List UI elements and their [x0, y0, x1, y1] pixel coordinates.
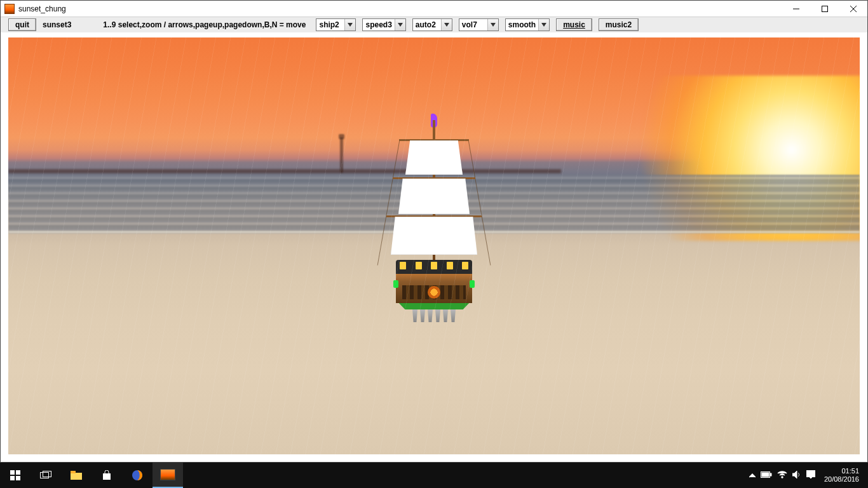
volume-icon[interactable]: [792, 471, 801, 480]
music-button[interactable]: music: [556, 18, 592, 31]
svg-marker-5: [398, 23, 403, 27]
chevron-down-icon: [344, 19, 355, 30]
svg-rect-16: [71, 471, 76, 473]
chevron-down-icon: [441, 19, 452, 30]
ship-sail: [405, 140, 463, 175]
application-window: sunset_chung quit sunset3 1..9 select,zo…: [0, 0, 868, 463]
task-view-icon[interactable]: [31, 463, 61, 488]
action-center-icon[interactable]: [806, 470, 815, 480]
close-button[interactable]: [839, 1, 867, 17]
toolbar: quit sunset3 1..9 select,zoom / arrows,p…: [1, 17, 867, 32]
vol-dropdown[interactable]: vol7: [459, 18, 499, 31]
svg-marker-7: [491, 23, 496, 27]
store-icon[interactable]: [92, 463, 122, 488]
svg-rect-9: [10, 470, 15, 475]
chevron-down-icon: [487, 19, 498, 30]
scene-status-label: sunset3: [43, 20, 71, 29]
speed-dropdown[interactable]: speed3: [362, 18, 405, 31]
chevron-down-icon: [395, 19, 405, 30]
chevron-down-icon: [538, 19, 549, 30]
ship-dropdown[interactable]: ship2: [316, 18, 356, 31]
ship-sail: [398, 179, 470, 214]
controls-hint-label: 1..9 select,zoom / arrows,pageup,pagedow…: [103, 20, 306, 29]
clock-date: 20/08/2016: [824, 475, 859, 484]
battery-icon[interactable]: [761, 471, 772, 479]
svg-rect-11: [10, 476, 15, 480]
music2-button[interactable]: music2: [599, 18, 639, 31]
ship-dropdown-value: ship2: [316, 20, 344, 29]
smooth-dropdown-value: smooth: [506, 20, 538, 29]
windows-taskbar[interactable]: 01:51 20/08/2016: [0, 463, 868, 488]
svg-point-21: [782, 477, 783, 478]
svg-rect-20: [762, 473, 769, 477]
auto-dropdown-value: auto2: [413, 20, 441, 29]
svg-rect-13: [41, 473, 49, 478]
svg-rect-15: [71, 473, 82, 480]
auto-dropdown[interactable]: auto2: [412, 18, 452, 31]
svg-marker-6: [444, 23, 449, 27]
wifi-icon[interactable]: [777, 471, 787, 480]
start-button[interactable]: [0, 463, 31, 488]
file-explorer-icon[interactable]: [61, 463, 92, 488]
app-icon: [4, 4, 15, 14]
tray-chevron-up-icon[interactable]: [749, 471, 756, 479]
ship-sprite: [383, 114, 485, 317]
smooth-dropdown[interactable]: smooth: [505, 18, 550, 31]
svg-marker-4: [348, 23, 353, 27]
minimize-button[interactable]: [782, 1, 810, 17]
svg-rect-1: [822, 6, 827, 11]
svg-marker-8: [541, 23, 546, 27]
ship-sail: [391, 217, 477, 255]
taskbar-clock[interactable]: 01:51 20/08/2016: [820, 467, 863, 484]
svg-marker-22: [792, 471, 797, 478]
firefox-icon[interactable]: [122, 463, 153, 488]
window-title: sunset_chung: [18, 4, 66, 13]
taskbar-app-sunset-chung[interactable]: [153, 463, 183, 488]
speed-dropdown-value: speed3: [363, 20, 394, 29]
lighthouse-silhouette: [340, 137, 343, 173]
svg-rect-14: [43, 471, 51, 477]
system-tray[interactable]: 01:51 20/08/2016: [744, 467, 868, 484]
quit-button[interactable]: quit: [8, 18, 36, 31]
clock-time: 01:51: [824, 467, 859, 475]
svg-rect-19: [770, 473, 771, 476]
maximize-button[interactable]: [810, 1, 839, 17]
titlebar[interactable]: sunset_chung: [1, 1, 867, 17]
svg-rect-23: [806, 471, 815, 477]
svg-rect-12: [16, 476, 20, 480]
ship-hull: [396, 260, 472, 317]
render-canvas[interactable]: [8, 37, 860, 454]
vol-dropdown-value: vol7: [459, 20, 487, 29]
svg-rect-10: [16, 470, 20, 475]
